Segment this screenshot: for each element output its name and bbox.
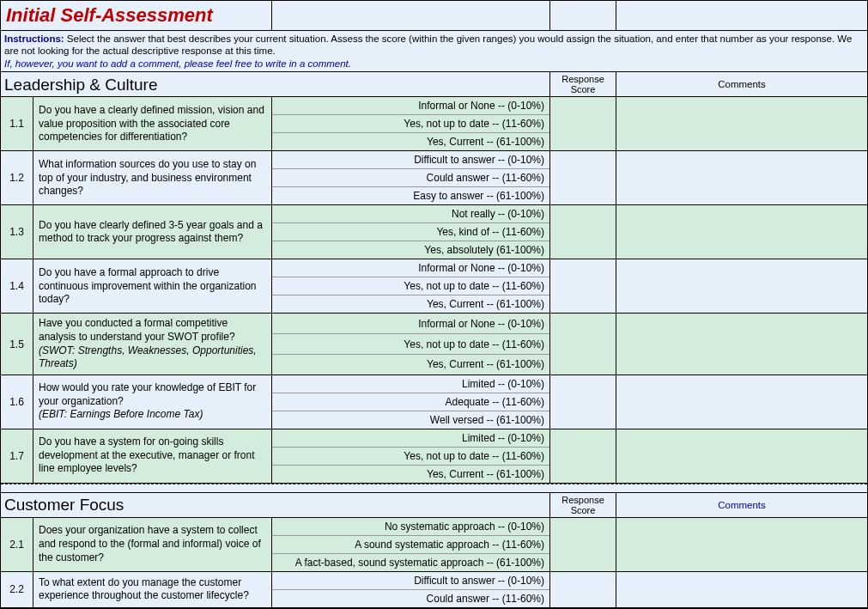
question-text: Do you have clearly defined 3-5 year goa…: [33, 205, 272, 259]
answer-option[interactable]: Informal or None -- (0-10%): [272, 259, 549, 277]
answer-option[interactable]: Yes, not up to date -- (11-60%): [272, 448, 549, 466]
answer-option[interactable]: Yes, Current -- (61-100%): [272, 133, 549, 150]
answer-option[interactable]: A sound systematic approach -- (11-60%): [272, 536, 549, 554]
question-text: Do you have a clearly defined mission, v…: [33, 97, 272, 150]
question-text: Does your organization have a system to …: [33, 518, 272, 571]
answer-option[interactable]: Well versed -- (61-100%): [272, 411, 549, 429]
question-number: 1.5: [1, 314, 33, 374]
response-score-input[interactable]: [550, 259, 616, 313]
response-score-input[interactable]: [550, 572, 616, 607]
question-text-main: Have you conducted a formal competitive …: [39, 317, 266, 344]
question-options: No systematic approach -- (0-10%)A sound…: [272, 518, 550, 571]
response-score-input[interactable]: [550, 205, 616, 259]
question-row: 1.6How would you rate your knowledge of …: [1, 375, 867, 429]
question-text: How would you rate your knowledge of EBI…: [33, 375, 272, 429]
answer-option[interactable]: Could answer -- (11-60%): [272, 169, 549, 187]
response-score-input[interactable]: [550, 151, 616, 204]
question-text: What information sources do you use to s…: [33, 151, 272, 204]
question-row: 1.1Do you have a clearly defined mission…: [1, 97, 867, 151]
question-row: 1.2What information sources do you use t…: [1, 151, 867, 205]
instructions-block: Instructions: Select the answer that bes…: [1, 31, 867, 72]
answer-option[interactable]: Yes, Current -- (61-100%): [272, 355, 549, 375]
answer-option[interactable]: Yes, Current -- (61-100%): [272, 466, 549, 483]
comments-input[interactable]: [616, 151, 867, 204]
comments-input[interactable]: [616, 97, 867, 150]
answer-option[interactable]: Adequate -- (11-60%): [272, 393, 549, 411]
question-row: 1.5Have you conducted a formal competiti…: [1, 314, 867, 375]
answer-option[interactable]: Informal or None -- (0-10%): [272, 314, 549, 334]
answer-option[interactable]: Yes, absolutely (61-100%): [272, 241, 549, 259]
title-spacer: [550, 1, 616, 30]
answer-option[interactable]: Could answer -- (11-60%): [272, 590, 549, 607]
question-row: 2.2To what extent do you manage the cust…: [1, 572, 867, 608]
answer-option[interactable]: Limited -- (0-10%): [272, 429, 549, 448]
comments-input[interactable]: [616, 518, 867, 571]
question-text: Have you conducted a formal competitive …: [33, 314, 272, 374]
answer-option[interactable]: Not really -- (0-10%): [272, 205, 549, 223]
comments-input[interactable]: [616, 314, 867, 374]
question-row: 1.7Do you have a system for on-going ski…: [1, 429, 867, 484]
section-divider: [1, 484, 867, 492]
comments-input[interactable]: [616, 205, 867, 259]
answer-option[interactable]: Yes, not up to date -- (11-60%): [272, 277, 549, 295]
question-number: 1.4: [1, 259, 33, 313]
question-number: 1.1: [1, 97, 33, 150]
question-row: 1.4Do you have a formal approach to driv…: [1, 259, 867, 314]
answer-option[interactable]: Difficult to answer -- (0-10%): [272, 572, 549, 590]
response-score-input[interactable]: [550, 314, 616, 374]
answer-option[interactable]: Difficult to answer -- (0-10%): [272, 151, 549, 169]
question-options: Informal or None -- (0-10%)Yes, not up t…: [272, 314, 550, 374]
question-text-main: Do you have clearly defined 3-5 year goa…: [39, 219, 266, 246]
question-text: Do you have a system for on-going skills…: [33, 429, 272, 483]
answer-option[interactable]: Yes, Current -- (61-100%): [272, 295, 549, 313]
section-header: Customer FocusResponse ScoreComments: [1, 493, 867, 518]
question-text-main: Do you have a system for on-going skills…: [39, 435, 266, 476]
question-text-main: Do you have a formal approach to drive c…: [39, 266, 266, 307]
response-score-input[interactable]: [550, 375, 616, 429]
question-text-main: Does your organization have a system to …: [39, 524, 266, 564]
question-text: To what extent do you manage the custome…: [33, 572, 272, 607]
answer-option[interactable]: A fact-based, sound systematic approach …: [272, 554, 549, 571]
response-score-input[interactable]: [550, 97, 616, 150]
question-options: Limited -- (0-10%)Adequate -- (11-60%)We…: [272, 375, 550, 429]
comments-input[interactable]: [616, 572, 867, 607]
question-options: Informal or None -- (0-10%)Yes, not up t…: [272, 259, 550, 313]
comments-input[interactable]: [616, 375, 867, 429]
question-number: 1.6: [1, 375, 33, 429]
section-title: Customer Focus: [1, 493, 550, 517]
question-text-main: What information sources do you use to s…: [39, 158, 266, 198]
question-text: Do you have a formal approach to drive c…: [33, 259, 272, 313]
answer-option[interactable]: Easy to answer -- (61-100%): [272, 187, 549, 204]
title-spacer: [616, 1, 867, 30]
question-options: Difficult to answer -- (0-10%)Could answ…: [272, 572, 550, 607]
answer-option[interactable]: Yes, not up to date -- (11-60%): [272, 115, 549, 133]
assessment-container: Initial Self-Assessment Instructions: Se…: [0, 0, 868, 609]
response-score-input[interactable]: [550, 518, 616, 571]
comments-input[interactable]: [616, 259, 867, 313]
answer-option[interactable]: Yes, kind of -- (11-60%): [272, 223, 549, 241]
response-score-header: Response Score: [550, 493, 616, 517]
question-options: Difficult to answer -- (0-10%)Could answ…: [272, 151, 550, 204]
title-spacer: [272, 1, 550, 30]
question-number: 2.1: [1, 518, 33, 571]
answer-option[interactable]: Limited -- (0-10%): [272, 375, 549, 393]
response-score-input[interactable]: [550, 429, 616, 483]
answer-option[interactable]: No systematic approach -- (0-10%): [272, 518, 549, 536]
question-options: Not really -- (0-10%)Yes, kind of -- (11…: [272, 205, 550, 259]
question-options: Limited -- (0-10%)Yes, not up to date --…: [272, 429, 550, 483]
section-header: Leadership & CultureResponse ScoreCommen…: [1, 72, 867, 97]
section-title: Leadership & Culture: [1, 72, 550, 96]
question-number: 1.7: [1, 429, 33, 483]
title-row: Initial Self-Assessment: [1, 1, 867, 31]
question-row: 2.1Does your organization have a system …: [1, 518, 867, 572]
comments-header: Comments: [616, 493, 867, 517]
question-number: 1.2: [1, 151, 33, 204]
answer-option[interactable]: Yes, not up to date -- (11-60%): [272, 334, 549, 355]
answer-option[interactable]: Informal or None -- (0-10%): [272, 97, 549, 115]
comments-input[interactable]: [616, 429, 867, 483]
comments-header: Comments: [616, 72, 867, 96]
question-text-italic: (EBIT: Earnings Before Income Tax): [39, 408, 266, 422]
instructions-italic: If, however, you want to add a comment, …: [4, 58, 351, 69]
question-number: 2.2: [1, 572, 33, 607]
question-options: Informal or None -- (0-10%)Yes, not up t…: [272, 97, 550, 150]
